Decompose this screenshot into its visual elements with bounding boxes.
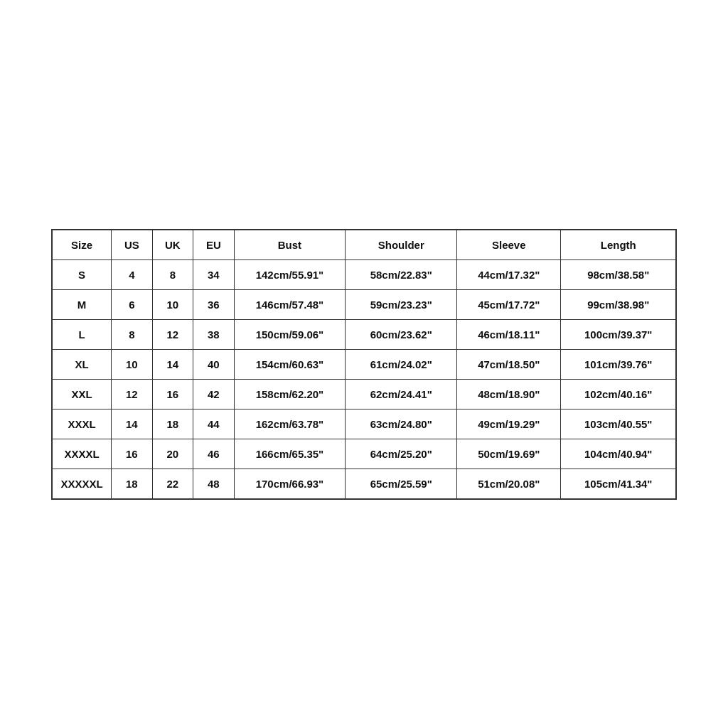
header-size: Size [52, 230, 112, 260]
cell-size: XXXXXL [52, 469, 112, 499]
table-row: S4834142cm/55.91"58cm/22.83"44cm/17.32"9… [52, 259, 676, 289]
table-row: XXXL141844162cm/63.78"63cm/24.80"49cm/19… [52, 409, 676, 439]
cell-eu: 38 [193, 319, 234, 349]
cell-us: 12 [112, 379, 152, 409]
cell-size: XXL [52, 379, 112, 409]
cell-us: 4 [112, 259, 152, 289]
cell-shoulder: 64cm/25.20" [346, 439, 457, 469]
size-chart-table: Size US UK EU Bust Shoulder Sleeve Lengt… [51, 229, 677, 500]
cell-size: XXXL [52, 409, 112, 439]
cell-shoulder: 62cm/24.41" [346, 379, 457, 409]
cell-sleeve: 49cm/19.29" [457, 409, 561, 439]
cell-size: S [52, 259, 112, 289]
table-row: XXL121642158cm/62.20"62cm/24.41"48cm/18.… [52, 379, 676, 409]
cell-bust: 154cm/60.63" [234, 349, 346, 379]
cell-length: 103cm/40.55" [561, 409, 676, 439]
cell-bust: 158cm/62.20" [234, 379, 346, 409]
table-row: M61036146cm/57.48"59cm/23.23"45cm/17.72"… [52, 289, 676, 319]
cell-length: 100cm/39.37" [561, 319, 676, 349]
cell-shoulder: 59cm/23.23" [346, 289, 457, 319]
cell-us: 8 [112, 319, 152, 349]
cell-bust: 170cm/66.93" [234, 469, 346, 499]
cell-shoulder: 63cm/24.80" [346, 409, 457, 439]
cell-size: M [52, 289, 112, 319]
cell-uk: 18 [152, 409, 193, 439]
header-length: Length [561, 230, 676, 260]
table-row: XXXXXL182248170cm/66.93"65cm/25.59"51cm/… [52, 469, 676, 499]
cell-uk: 12 [152, 319, 193, 349]
cell-length: 98cm/38.58" [561, 259, 676, 289]
table-row: L81238150cm/59.06"60cm/23.62"46cm/18.11"… [52, 319, 676, 349]
cell-shoulder: 60cm/23.62" [346, 319, 457, 349]
cell-bust: 150cm/59.06" [234, 319, 346, 349]
cell-eu: 48 [193, 469, 234, 499]
table-header-row: Size US UK EU Bust Shoulder Sleeve Lengt… [52, 230, 676, 260]
cell-size: XXXXL [52, 439, 112, 469]
cell-uk: 20 [152, 439, 193, 469]
cell-uk: 22 [152, 469, 193, 499]
cell-us: 6 [112, 289, 152, 319]
cell-sleeve: 46cm/18.11" [457, 319, 561, 349]
table-row: XXXXL162046166cm/65.35"64cm/25.20"50cm/1… [52, 439, 676, 469]
cell-eu: 44 [193, 409, 234, 439]
cell-length: 101cm/39.76" [561, 349, 676, 379]
size-chart-container: Size US UK EU Bust Shoulder Sleeve Lengt… [51, 229, 677, 500]
cell-uk: 14 [152, 349, 193, 379]
cell-eu: 40 [193, 349, 234, 379]
cell-uk: 16 [152, 379, 193, 409]
header-sleeve: Sleeve [457, 230, 561, 260]
cell-sleeve: 48cm/18.90" [457, 379, 561, 409]
header-shoulder: Shoulder [346, 230, 457, 260]
cell-bust: 146cm/57.48" [234, 289, 346, 319]
cell-length: 104cm/40.94" [561, 439, 676, 469]
header-eu: EU [193, 230, 234, 260]
cell-length: 102cm/40.16" [561, 379, 676, 409]
cell-sleeve: 50cm/19.69" [457, 439, 561, 469]
cell-shoulder: 61cm/24.02" [346, 349, 457, 379]
table-row: XL101440154cm/60.63"61cm/24.02"47cm/18.5… [52, 349, 676, 379]
cell-length: 105cm/41.34" [561, 469, 676, 499]
cell-us: 14 [112, 409, 152, 439]
cell-sleeve: 47cm/18.50" [457, 349, 561, 379]
cell-eu: 46 [193, 439, 234, 469]
cell-bust: 162cm/63.78" [234, 409, 346, 439]
cell-us: 10 [112, 349, 152, 379]
cell-length: 99cm/38.98" [561, 289, 676, 319]
cell-us: 16 [112, 439, 152, 469]
cell-sleeve: 44cm/17.32" [457, 259, 561, 289]
cell-bust: 142cm/55.91" [234, 259, 346, 289]
header-us: US [112, 230, 152, 260]
cell-size: L [52, 319, 112, 349]
cell-eu: 36 [193, 289, 234, 319]
cell-shoulder: 58cm/22.83" [346, 259, 457, 289]
cell-size: XL [52, 349, 112, 379]
header-bust: Bust [234, 230, 346, 260]
cell-eu: 42 [193, 379, 234, 409]
cell-eu: 34 [193, 259, 234, 289]
cell-sleeve: 45cm/17.72" [457, 289, 561, 319]
cell-shoulder: 65cm/25.59" [346, 469, 457, 499]
cell-uk: 10 [152, 289, 193, 319]
header-uk: UK [152, 230, 193, 260]
cell-bust: 166cm/65.35" [234, 439, 346, 469]
cell-uk: 8 [152, 259, 193, 289]
cell-us: 18 [112, 469, 152, 499]
cell-sleeve: 51cm/20.08" [457, 469, 561, 499]
